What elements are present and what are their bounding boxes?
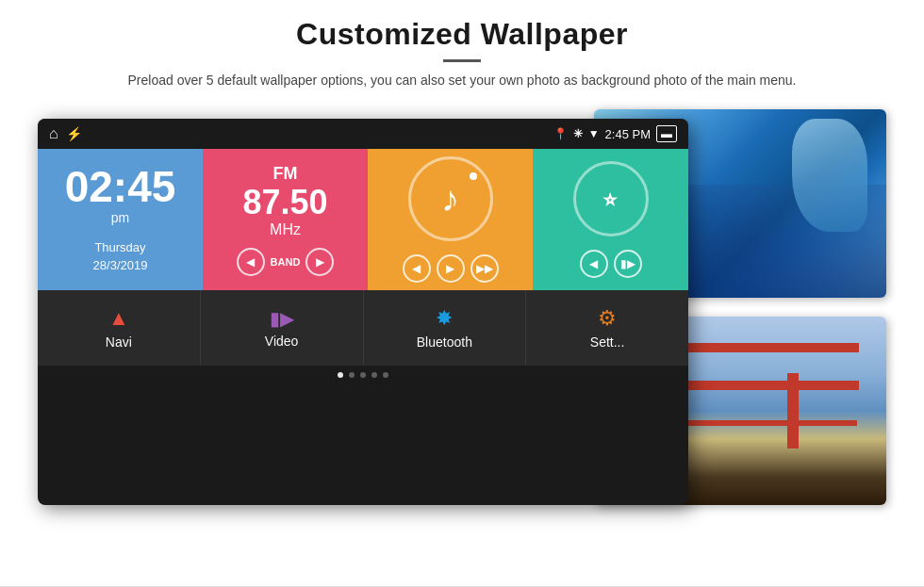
clock-time: 02:45 [65,165,176,208]
page-description: Preload over 5 default wallpaper options… [123,70,801,90]
bluetooth-symbol-icon: ⭒ [602,178,619,220]
bt-controls: ◀ ▮▶ [580,250,642,278]
location-icon: 📍 [553,127,568,140]
status-bar-right: 📍 ✳ ▼ 2:45 PM ▬ [553,125,677,142]
title-divider [443,59,481,62]
clock-ampm: pm [111,210,129,225]
page-title: Customized Wallpaper [75,17,849,52]
time-display: 2:45 PM [605,127,651,141]
dot-2[interactable] [349,372,355,378]
video-icon: ▮▶ [270,307,294,330]
dot-1[interactable] [338,372,343,378]
status-bar-left: ⌂ ⚡ [49,125,82,142]
page-header: Customized Wallpaper Preload over 5 defa… [0,0,924,100]
music-next-button[interactable]: ▶▶ [470,254,499,283]
nav-bluetooth-icon: ✸ [436,306,453,331]
radio-frequency: 87.50 [242,184,327,221]
page-dots [38,366,688,384]
bluetooth-nav-label: Bluetooth [417,334,472,350]
clock-day: Thursday [94,240,145,254]
clock-tile: 02:45 pm Thursday 28/3/2019 [38,149,203,290]
navi-icon: ▲ [108,306,129,331]
radio-tile: FM 87.50 MHz ◀ BAND ▶ [203,149,368,290]
wifi-icon: ▼ [588,127,600,140]
navi-label: Navi [106,334,132,350]
music-controls: ◀ ▶ ▶▶ [403,254,499,283]
nav-item-navi[interactable]: ▲ Navi [38,290,201,366]
battery-icon: ▬ [656,125,677,142]
nav-item-settings[interactable]: ⚙ Sett... [526,290,688,366]
music-note-icon: ♪ [441,179,459,220]
radio-band-label[interactable]: BAND [271,256,301,268]
bt-next-button[interactable]: ▮▶ [614,250,642,278]
main-content: 02:45 pm Thursday 28/3/2019 FM 87.50 MHz… [38,149,688,384]
bluetooth-status-icon: ✳ [573,127,583,140]
radio-unit: MHz [270,221,301,238]
music-tile[interactable]: ♪ ◀ ▶ ▶▶ [368,149,533,290]
settings-label: Sett... [590,334,625,350]
video-label: Video [265,334,299,349]
status-bar: ⌂ ⚡ 📍 ✳ ▼ 2:45 PM ▬ [38,119,688,149]
radio-next-button[interactable]: ▶ [305,248,334,276]
music-prev-button[interactable]: ◀ [403,254,431,283]
music-icon-circle: ♪ [408,156,493,241]
music-dot [470,172,477,180]
tiles-row: 02:45 pm Thursday 28/3/2019 FM 87.50 MHz… [38,149,688,290]
dot-4[interactable] [371,372,377,378]
device-area: ⌂ ⚡ 📍 ✳ ▼ 2:45 PM ▬ 02:45 pm [38,109,886,514]
usb-icon: ⚡ [66,126,82,141]
settings-icon: ⚙ [598,306,617,331]
clock-datenum: 28/3/2019 [93,258,148,272]
nav-item-bluetooth[interactable]: ✸ Bluetooth [364,290,527,366]
bt-prev-button[interactable]: ◀ [580,250,608,278]
radio-controls: ◀ BAND ▶ [237,248,335,276]
clock-date: Thursday 28/3/2019 [93,238,148,275]
bluetooth-tile[interactable]: ⭒ ◀ ▮▶ [533,149,688,290]
nav-row: ▲ Navi ▮▶ Video ✸ Bluetooth ⚙ Sett... [38,290,688,366]
dot-5[interactable] [383,372,388,378]
home-icon[interactable]: ⌂ [49,125,58,142]
radio-prev-button[interactable]: ◀ [237,248,265,276]
music-play-button[interactable]: ▶ [437,254,465,283]
bridge-tower-right [787,373,799,448]
nav-item-video[interactable]: ▮▶ Video [201,290,364,366]
radio-label: FM [273,164,298,184]
bluetooth-icon-circle: ⭒ [573,161,649,236]
dot-3[interactable] [360,372,366,378]
car-head-unit: ⌂ ⚡ 📍 ✳ ▼ 2:45 PM ▬ 02:45 pm [38,119,688,505]
